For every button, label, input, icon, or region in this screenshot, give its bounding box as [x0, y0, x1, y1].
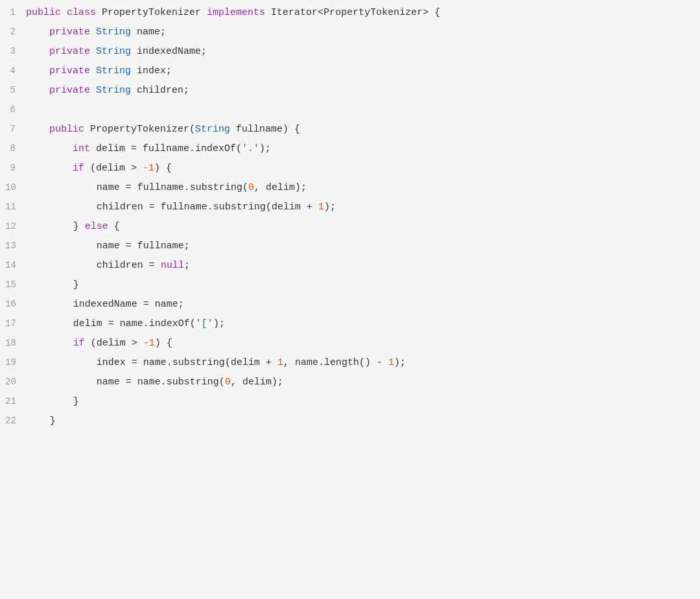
line-number: 13 [0, 239, 27, 253]
code-line: 14 children = null; [0, 258, 700, 277]
code-line: 18 if (delim > -1) { [0, 336, 700, 355]
code-line: 3 private String indexedName; [0, 44, 700, 64]
code-line: 5 private String children; [0, 83, 700, 102]
line-content: children = fullname.substring(delim + 1)… [27, 200, 349, 215]
line-content: public PropertyTokenizer(String fullname… [26, 122, 313, 137]
code-line: 11 children = fullname.substring(delim +… [0, 200, 700, 219]
code-line: 7 public PropertyTokenizer(String fullna… [0, 122, 700, 141]
line-number: 7 [0, 123, 26, 137]
line-number: 14 [0, 259, 27, 273]
code-line: 10 name = fullname.substring(0, delim); [0, 180, 700, 200]
line-content: name = fullname; [27, 239, 203, 253]
code-line: 1public class PropertyTokenizer implemen… [0, 5, 700, 25]
code-line: 12 } else { [0, 219, 700, 239]
line-content: private String name; [26, 25, 179, 40]
line-content: private String index; [26, 64, 185, 78]
line-number: 1 [0, 6, 26, 20]
line-number: 12 [0, 220, 27, 234]
line-number: 5 [0, 84, 26, 98]
line-content: private String indexedName; [26, 44, 220, 59]
line-number: 3 [0, 45, 26, 59]
code-line: 16 indexedName = name; [0, 297, 700, 316]
code-line: 21 } [0, 394, 700, 414]
line-number: 6 [0, 103, 26, 117]
line-number: 15 [0, 278, 27, 292]
line-content: } else { [27, 219, 133, 234]
line-content: name = fullname.substring(0, delim); [27, 180, 320, 195]
line-number: 20 [0, 375, 27, 390]
line-number: 11 [0, 200, 27, 215]
code-line: 13 name = fullname; [0, 239, 700, 258]
line-number: 22 [0, 414, 27, 429]
code-line: 2 private String name; [0, 25, 700, 44]
line-number: 21 [0, 395, 27, 409]
code-line: 9 if (delim > -1) { [0, 161, 700, 180]
line-content [26, 102, 45, 117]
line-content: name = name.substring(0, delim); [27, 375, 296, 390]
line-number: 17 [0, 317, 27, 331]
code-line: 22 } [0, 414, 700, 433]
code-line: 15 } [0, 277, 700, 297]
line-number: 18 [0, 336, 27, 351]
line-content: private String children; [26, 83, 202, 98]
line-content: delim = name.indexOf('['); [27, 316, 238, 331]
line-content: } [27, 277, 92, 292]
line-number: 16 [0, 298, 27, 312]
line-content: int delim = fullname.indexOf('.'); [26, 141, 284, 156]
line-number: 10 [0, 181, 27, 195]
code-line: 20 name = name.substring(0, delim); [0, 375, 700, 394]
line-number: 2 [0, 25, 26, 40]
line-content: if (delim > -1) { [26, 161, 185, 176]
code-line: 8 int delim = fullname.indexOf('.'); [0, 141, 700, 161]
line-content: if (delim > -1) { [27, 336, 185, 351]
line-number: 4 [0, 64, 26, 78]
line-content: index = name.substring(delim + 1, name.l… [27, 355, 419, 370]
code-line: 6 [0, 102, 700, 122]
code-line: 17 delim = name.indexOf('['); [0, 316, 700, 336]
line-number: 19 [0, 356, 27, 370]
line-number: 9 [0, 161, 26, 176]
code-line: 19 index = name.substring(delim + 1, nam… [0, 355, 700, 375]
line-content: indexedName = name; [27, 297, 197, 312]
line-content: public class PropertyTokenizer implement… [26, 5, 453, 20]
line-number: 8 [0, 142, 26, 156]
code-line: 4 private String index; [0, 64, 700, 83]
code-editor: 1public class PropertyTokenizer implemen… [0, 0, 700, 599]
line-content: children = null; [27, 258, 203, 273]
line-content: } [27, 414, 69, 429]
line-content: } [27, 394, 92, 409]
